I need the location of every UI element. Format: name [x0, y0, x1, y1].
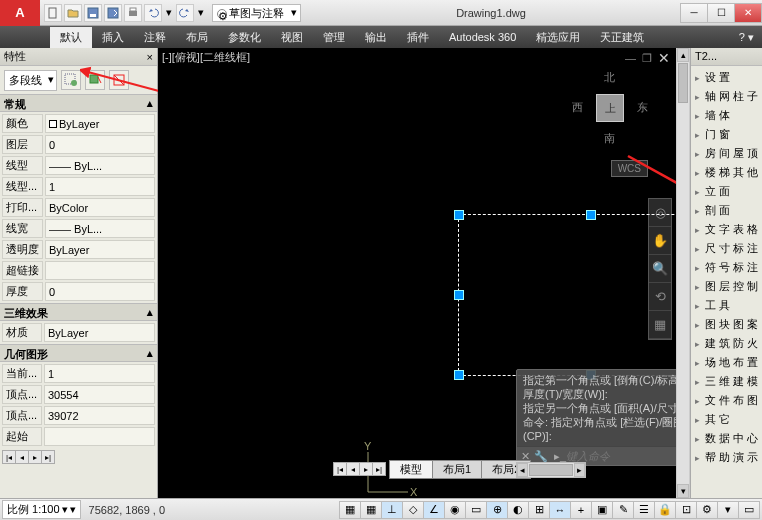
panel-close-icon[interactable]: × [147, 51, 153, 63]
ribbon-tab[interactable]: 视图 [271, 27, 313, 48]
palette-item[interactable]: 图层控制 [693, 277, 760, 296]
prop-value[interactable] [44, 427, 155, 446]
palette-item[interactable]: 图块图案 [693, 315, 760, 334]
palette-item[interactable]: 门窗 [693, 125, 760, 144]
object-type-dropdown[interactable]: 多段线 [4, 70, 57, 91]
ribbon-tab[interactable]: 注释 [134, 27, 176, 48]
horizontal-scrollbar[interactable]: ◂▸ [516, 462, 586, 478]
status-toggle[interactable]: ▭ [465, 501, 487, 519]
layout-tab[interactable]: 布局1 [432, 460, 482, 479]
status-toggle[interactable]: ▾ [717, 501, 739, 519]
status-toggle[interactable]: ⚙ [696, 501, 718, 519]
qat-saveas[interactable] [104, 4, 122, 22]
qat-open[interactable] [64, 4, 82, 22]
status-toggle[interactable]: ☰ [633, 501, 655, 519]
prop-value[interactable] [45, 261, 155, 280]
qat-save[interactable] [84, 4, 102, 22]
palette-item[interactable]: 三维建模 [693, 372, 760, 391]
ribbon-tab[interactable]: 管理 [313, 27, 355, 48]
palette-item[interactable]: 建筑防火 [693, 334, 760, 353]
ribbon-tab[interactable]: 参数化 [218, 27, 271, 48]
qat-undo[interactable] [144, 4, 162, 22]
prop-value[interactable]: 0 [45, 135, 155, 154]
selected-polyline[interactable] [458, 214, 676, 376]
ribbon-tab[interactable]: Autodesk 360 [439, 28, 526, 46]
command-input[interactable] [566, 450, 666, 462]
palette-item[interactable]: 立面 [693, 182, 760, 201]
viewport-minimize[interactable]: — [625, 52, 636, 64]
ribbon-tab[interactable]: 默认 [50, 27, 92, 48]
status-toggle[interactable]: ✎ [612, 501, 634, 519]
viewport-restore[interactable]: ❐ [642, 52, 652, 65]
palette-item[interactable]: 工具 [693, 296, 760, 315]
status-toggle[interactable]: + [570, 501, 592, 519]
ribbon-tab[interactable]: 插件 [397, 27, 439, 48]
layout-tab[interactable]: 模型 [389, 460, 433, 479]
prop-value[interactable]: 30554 [44, 385, 155, 404]
status-toggle[interactable]: ↔ [549, 501, 571, 519]
prop-value[interactable]: ByLayer [45, 240, 155, 259]
grip[interactable] [586, 210, 596, 220]
status-toggle[interactable]: ▦ [360, 501, 382, 519]
status-toggle[interactable]: ▦ [339, 501, 361, 519]
grip[interactable] [454, 290, 464, 300]
scale-dropdown[interactable]: 比例 1:100▾▾ [2, 500, 81, 519]
prop-value[interactable]: ByLayer [44, 323, 155, 342]
viewport-close[interactable]: ✕ [658, 50, 670, 66]
palette-item[interactable]: 尺寸标注 [693, 239, 760, 258]
window-maximize[interactable]: ☐ [707, 3, 735, 23]
status-toggle[interactable]: ◉ [444, 501, 466, 519]
prop-value[interactable]: 0 [45, 282, 155, 301]
section-geom[interactable]: 几何图形 [4, 347, 48, 359]
palette-item[interactable]: 设置 [693, 68, 760, 87]
qat-undo-dd[interactable]: ▾ [164, 4, 174, 22]
palette-item[interactable]: 文件布图 [693, 391, 760, 410]
status-toggle[interactable]: ▣ [591, 501, 613, 519]
status-toggle[interactable]: ◇ [402, 501, 424, 519]
ribbon-tab[interactable]: 插入 [92, 27, 134, 48]
prop-value[interactable]: —— ByL... [45, 156, 155, 175]
status-toggle[interactable]: ◐ [507, 501, 529, 519]
palette-item[interactable]: 其它 [693, 410, 760, 429]
workspace-dropdown[interactable]: ⚙草图与注释 [212, 4, 301, 22]
grip[interactable] [454, 210, 464, 220]
ribbon-tab[interactable]: 精选应用 [526, 27, 590, 48]
palette-item[interactable]: 楼梯其他 [693, 163, 760, 182]
status-toggle[interactable]: ⊞ [528, 501, 550, 519]
ribbon-tab[interactable]: 布局 [176, 27, 218, 48]
viewcube[interactable]: 北 西 东 南 上 [570, 68, 650, 148]
palette-item[interactable]: 符号标注 [693, 258, 760, 277]
status-toggle[interactable]: ⊥ [381, 501, 403, 519]
section-general[interactable]: 常规 [4, 97, 26, 109]
prop-value[interactable]: 1 [44, 364, 155, 383]
status-toggle[interactable]: ⊡ [675, 501, 697, 519]
prop-value[interactable]: 39072 [44, 406, 155, 425]
section-effect[interactable]: 三维效果 [4, 306, 48, 318]
palette-item[interactable]: 墙体 [693, 106, 760, 125]
cmd-config-icon[interactable]: 🔧 [534, 449, 548, 463]
right-scrollbar[interactable]: ▴▾ [676, 48, 690, 498]
help-icon[interactable]: ? ▾ [731, 31, 762, 44]
prop-value[interactable]: ByLayer [45, 114, 155, 133]
window-close[interactable]: ✕ [734, 3, 762, 23]
viewport-label[interactable]: [-][俯视][二维线框] [162, 50, 250, 65]
grip[interactable] [454, 370, 464, 380]
qat-print[interactable] [124, 4, 142, 22]
prop-value[interactable]: ByColor [45, 198, 155, 217]
ribbon-tab[interactable]: 天正建筑 [590, 27, 654, 48]
status-toggle[interactable]: ▭ [738, 501, 760, 519]
prop-value[interactable]: 1 [45, 177, 155, 196]
qat-new[interactable] [44, 4, 62, 22]
drawing-canvas[interactable]: [-][俯视][二维线框] — ❐ ✕ 北 西 东 南 上 WCS ◎ ✋ 🔍 … [158, 48, 676, 498]
status-toggle[interactable]: ∠ [423, 501, 445, 519]
palette-item[interactable]: 剖面 [693, 201, 760, 220]
qat-redo-dd[interactable]: ▾ [196, 4, 206, 22]
tool-palette-header[interactable]: T2... [691, 48, 762, 66]
app-menu[interactable] [0, 0, 40, 26]
palette-item[interactable]: 场地布置 [693, 353, 760, 372]
status-toggle[interactable]: 🔒 [654, 501, 676, 519]
window-minimize[interactable]: ─ [680, 3, 708, 23]
palette-item[interactable]: 文字表格 [693, 220, 760, 239]
prop-value[interactable]: —— ByL... [45, 219, 155, 238]
status-toggle[interactable]: ⊕ [486, 501, 508, 519]
